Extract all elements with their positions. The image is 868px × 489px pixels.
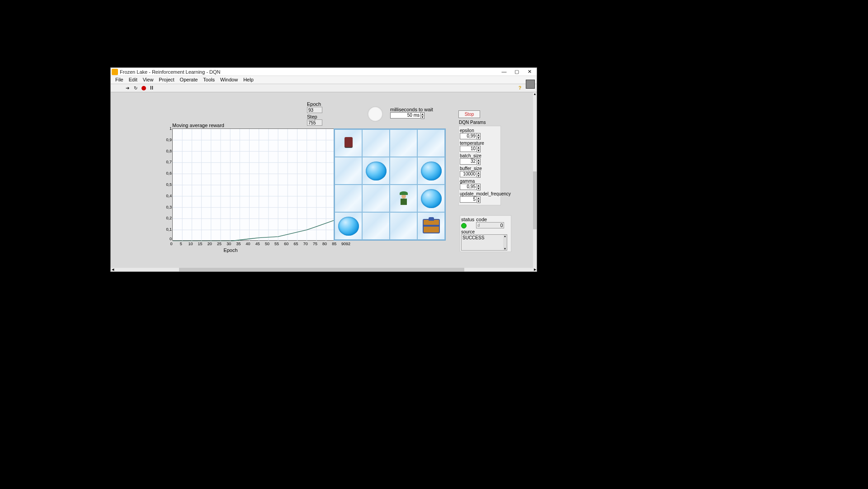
ms-wait-input[interactable]: 50 ms ▲▼ <box>390 112 433 119</box>
x-tick: 35 <box>236 242 241 246</box>
abort-icon[interactable] <box>141 85 147 91</box>
scrollbar-thumb[interactable] <box>533 171 537 229</box>
ms-wait-label: milliseconds to wait <box>390 107 433 112</box>
hole-icon <box>338 217 359 236</box>
param-label-epsilon: epsilon <box>460 128 500 133</box>
x-tick: 45 <box>255 242 260 246</box>
plot-area <box>172 128 349 241</box>
help-icon[interactable]: ? <box>517 85 523 91</box>
x-tick: 65 <box>293 242 298 246</box>
y-tick: 0,2 <box>161 216 172 220</box>
status-panel: status code d 0 source SUCCESS ▲▼ <box>460 215 511 252</box>
spin-up-icon[interactable]: ▲ <box>477 197 480 200</box>
minimize-button[interactable]: — <box>498 68 510 76</box>
run-continuous-icon[interactable]: ↻ <box>132 85 139 91</box>
y-tick: 0,3 <box>161 205 172 209</box>
maximize-button[interactable]: ▢ <box>510 68 523 76</box>
spin-up-icon[interactable]: ▲ <box>477 184 480 187</box>
gift-icon <box>423 219 440 233</box>
scroll-up-icon[interactable]: ▲ <box>533 92 537 96</box>
grid-cell-hole <box>335 212 362 240</box>
titlebar: Frozen Lake - Reinforcement Learning - D… <box>111 68 537 76</box>
param-input-buffer-size[interactable]: 10000▲▼ <box>460 171 500 178</box>
epoch-label: Epoch <box>307 101 322 107</box>
x-tick: 10 <box>188 242 193 246</box>
source-scrollbar[interactable]: ▲▼ <box>503 235 507 250</box>
spin-down-icon[interactable]: ▼ <box>477 137 480 139</box>
frozen-lake-grid <box>334 128 446 241</box>
spin-up-icon[interactable]: ▲ <box>477 146 480 149</box>
window-title: Frozen Lake - Reinforcement Learning - D… <box>120 69 498 75</box>
grid-cell <box>390 157 417 185</box>
menu-edit[interactable]: Edit <box>126 76 140 84</box>
grid-cell <box>417 129 445 157</box>
y-tick: 0,9 <box>161 138 172 142</box>
scroll-left-icon[interactable]: ◀ <box>111 268 114 271</box>
chart-svg <box>173 129 349 241</box>
horizontal-scrollbar[interactable]: ◀ ▶ <box>111 268 537 271</box>
ms-wait-value[interactable]: 50 ms <box>390 112 421 119</box>
x-tick: 9092 <box>341 242 350 246</box>
vertical-scrollbar[interactable]: ▲ <box>533 92 537 268</box>
spin-up-icon[interactable]: ▲ <box>421 113 424 116</box>
grid-cell <box>362 185 390 212</box>
param-label-buffer-size: buffer_size <box>460 166 500 171</box>
x-tick: 40 <box>245 242 250 246</box>
pause-icon[interactable]: II <box>149 85 155 91</box>
spin-down-icon[interactable]: ▼ <box>477 149 480 152</box>
source-textarea: SUCCESS ▲▼ <box>461 234 507 251</box>
stop-button[interactable]: Stop <box>458 110 480 118</box>
scrollbar-thumb[interactable] <box>179 268 464 271</box>
x-axis: 0 5 10 15 20 25 30 35 40 45 50 55 60 65 … <box>171 242 349 248</box>
menu-view[interactable]: View <box>140 76 156 84</box>
dqn-params-panel: DQN Params epsilon 0,99▲▼ temperature 10… <box>458 126 501 205</box>
y-tick: 0,4 <box>161 194 172 198</box>
spin-down-icon[interactable]: ▼ <box>477 175 480 177</box>
spin-up-icon[interactable]: ▲ <box>477 159 480 162</box>
code-d: d <box>477 223 480 228</box>
ms-wait-block: milliseconds to wait 50 ms ▲▼ <box>390 107 433 119</box>
hole-icon <box>366 161 387 180</box>
close-button[interactable]: ✕ <box>523 68 536 76</box>
x-tick: 85 <box>332 242 336 246</box>
menu-window[interactable]: Window <box>217 76 241 84</box>
reward-chart: Moving average reward 1 0,9 0,8 0,7 0,6 … <box>138 124 323 260</box>
grid-cell <box>335 185 362 212</box>
agent-icon <box>398 192 409 205</box>
epoch-value: 93 <box>307 107 322 113</box>
menu-help[interactable]: Help <box>241 76 256 84</box>
spin-down-icon[interactable]: ▼ <box>477 187 480 190</box>
menu-file[interactable]: File <box>113 76 126 84</box>
y-tick: 1 <box>161 126 172 131</box>
grid-cell-start <box>335 129 362 157</box>
menu-operate[interactable]: Operate <box>177 76 201 84</box>
spin-up-icon[interactable]: ▲ <box>477 133 480 137</box>
step-value: 755 <box>307 119 322 126</box>
param-input-update-freq[interactable]: 5▲▼ <box>460 196 500 203</box>
app-window: Frozen Lake - Reinforcement Learning - D… <box>110 67 537 272</box>
param-input-gamma[interactable]: 0,95▲▼ <box>460 184 500 190</box>
scroll-up-icon[interactable]: ▲ <box>503 235 507 237</box>
spinner-buttons[interactable]: ▲▼ <box>421 112 425 119</box>
spin-down-icon[interactable]: ▼ <box>421 116 424 119</box>
menu-project[interactable]: Project <box>156 76 177 84</box>
menu-tools[interactable]: Tools <box>200 76 217 84</box>
param-input-batch-size[interactable]: 32▲▼ <box>460 158 500 165</box>
x-tick: 80 <box>322 242 327 246</box>
spin-down-icon[interactable]: ▼ <box>477 200 480 203</box>
scroll-down-icon[interactable]: ▼ <box>503 247 507 250</box>
param-input-temperature[interactable]: 10▲▼ <box>460 146 500 152</box>
grid-cell <box>335 157 362 185</box>
grid-cell-hole <box>362 157 390 185</box>
grid-cell-agent <box>390 185 417 212</box>
y-tick: 0,7 <box>161 160 172 164</box>
x-tick: 55 <box>274 242 279 246</box>
spin-down-icon[interactable]: ▼ <box>477 162 480 165</box>
spin-up-icon[interactable]: ▲ <box>477 171 480 175</box>
param-input-epsilon[interactable]: 0,99▲▼ <box>460 133 500 140</box>
run-icon[interactable]: ➔ <box>124 85 131 91</box>
param-label-batch-size: batch_size <box>460 153 500 158</box>
x-tick: 25 <box>217 242 222 246</box>
x-tick: 15 <box>198 242 203 246</box>
scroll-right-icon[interactable]: ▶ <box>533 268 537 271</box>
